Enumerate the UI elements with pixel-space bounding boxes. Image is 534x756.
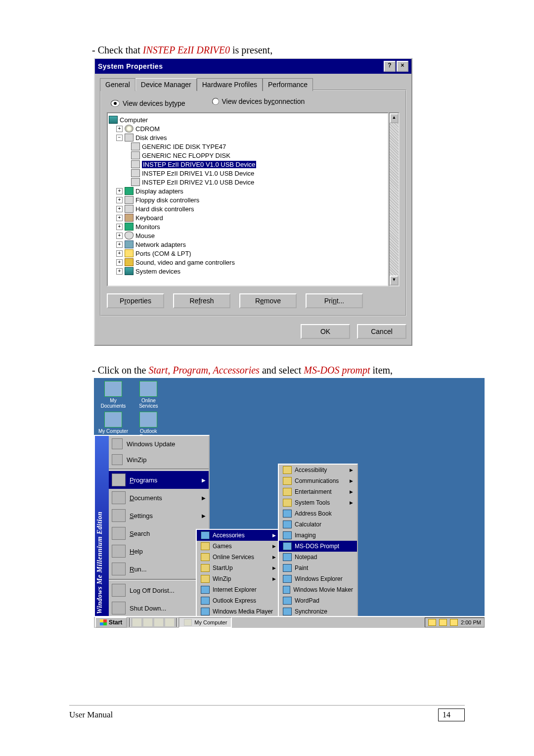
expand-icon[interactable]: +	[116, 224, 123, 230]
drive-icon	[131, 142, 140, 150]
menu-item-entertainment[interactable]: Entertainment▶	[279, 486, 357, 497]
expand-icon[interactable]: +	[116, 188, 123, 194]
scroll-down-arrow[interactable]: ▼	[390, 276, 399, 285]
titlebar[interactable]: System Properties ? ×	[95, 59, 411, 74]
node-cdrom[interactable]: +CDROM	[109, 124, 387, 133]
expand-icon[interactable]: +	[116, 233, 123, 239]
tab-device-manager[interactable]: Device Manager	[135, 78, 197, 91]
menu-item-address-book[interactable]: Address Book	[279, 508, 357, 519]
shutdown-icon	[112, 602, 126, 614]
tray-icon[interactable]	[428, 619, 436, 626]
menu-item-windows-explorer[interactable]: Windows Explorer	[279, 573, 357, 584]
node-hard-disk-controllers[interactable]: +Hard disk controllers	[109, 204, 387, 213]
start-item-windows-update[interactable]: Windows Update	[109, 436, 209, 452]
help-button[interactable]: ?	[384, 61, 396, 72]
cancel-button[interactable]: Cancel	[357, 324, 406, 339]
node-system-devices[interactable]: +System devices	[109, 267, 387, 276]
expand-icon[interactable]: +	[116, 241, 123, 248]
menu-item-winzip[interactable]: WinZip▶	[197, 573, 280, 584]
quicklaunch-icon[interactable]	[143, 618, 153, 627]
expand-icon[interactable]: +	[116, 268, 123, 275]
tray-icon[interactable]	[450, 619, 458, 626]
start-item-run[interactable]: Run...	[109, 560, 209, 578]
tree-scrollbar[interactable]: ▲ ▼	[389, 112, 400, 286]
node-computer[interactable]: Computer	[109, 115, 387, 124]
node-mouse[interactable]: +Mouse	[109, 231, 387, 240]
node-floppy-controllers[interactable]: +Floppy disk controllers	[109, 195, 387, 204]
selected-device: INSTEP EzII DRIVE0 V1.0 USB Device	[142, 161, 256, 168]
start-item-help[interactable]: Help	[109, 542, 209, 560]
node-monitors[interactable]: +Monitors	[109, 222, 387, 231]
quicklaunch-icon[interactable]	[165, 618, 175, 627]
menu-item-internet-explorer[interactable]: Internet Explorer	[197, 584, 280, 595]
desktop-icon-online-services[interactable]: Online Services	[133, 381, 164, 409]
properties-button[interactable]: Properties	[107, 293, 164, 308]
refresh-button[interactable]: Refresh	[173, 293, 230, 308]
menu-item-communications[interactable]: Communications▶	[279, 475, 357, 486]
start-item-programs[interactable]: Programs▶	[109, 471, 209, 489]
start-item-settings[interactable]: Settings▶	[109, 507, 209, 524]
tab-strip: General Device Manager Hardware Profiles…	[100, 78, 406, 91]
expand-icon[interactable]: +	[116, 206, 123, 212]
menu-item-wordpad[interactable]: WordPad	[279, 595, 357, 606]
scroll-up-arrow[interactable]: ▲	[390, 113, 399, 123]
menu-item-startup[interactable]: StartUp▶	[197, 563, 280, 573]
menu-item-accessories[interactable]: Accessories▶	[197, 530, 280, 541]
tab-performance[interactable]: Performance	[263, 78, 313, 91]
quicklaunch-icon[interactable]	[154, 618, 164, 627]
start-button[interactable]: Start	[95, 617, 127, 628]
menu-item-notepad[interactable]: Notepad	[279, 552, 357, 563]
quicklaunch-icon[interactable]	[132, 618, 142, 627]
radio-view-by-connection[interactable]: View devices by connection	[212, 97, 305, 105]
expand-icon[interactable]: +	[116, 250, 123, 257]
node-sound-video-game[interactable]: +Sound, video and game controllers	[109, 258, 387, 267]
menu-item-paint[interactable]: Paint	[279, 563, 357, 573]
menu-item-imaging[interactable]: Imaging	[279, 530, 357, 541]
tab-hardware-profiles[interactable]: Hardware Profiles	[197, 78, 263, 91]
start-item-shutdown[interactable]: Shut Down...	[109, 599, 209, 617]
tab-general[interactable]: General	[100, 78, 135, 91]
node-disk-drives[interactable]: −Disk drives	[109, 133, 387, 142]
print-button[interactable]: Print...	[306, 293, 363, 308]
remove-button[interactable]: Remove	[239, 293, 297, 308]
computer-icon	[184, 619, 192, 626]
tray-icon[interactable]	[439, 619, 447, 626]
expand-icon[interactable]: +	[116, 259, 123, 266]
collapse-icon[interactable]: −	[116, 135, 123, 141]
menu-item-calculator[interactable]: Calculator	[279, 519, 357, 530]
menu-item-accessibility[interactable]: Accessibility▶	[279, 465, 357, 475]
node-network-adapters[interactable]: +Network adapters	[109, 240, 387, 249]
start-item-documents[interactable]: Documents▶	[109, 489, 209, 507]
menu-item-system-tools[interactable]: System Tools▶	[279, 497, 357, 508]
menu-item-synchronize[interactable]: Synchronize	[279, 606, 357, 617]
start-item-search[interactable]: Search▶	[109, 524, 209, 542]
start-item-logoff[interactable]: Log Off Dorist...	[109, 581, 209, 599]
device-tree[interactable]: Computer +CDROM −Disk drives GENERIC IDE…	[107, 112, 389, 286]
scroll-track[interactable]	[390, 123, 399, 276]
menu-item-windows-movie-maker[interactable]: Windows Movie Maker	[279, 584, 357, 595]
node-instep-ez0[interactable]: INSTEP EzII DRIVE0 V1.0 USB Device	[109, 160, 387, 169]
menu-item-windows-media-player[interactable]: Windows Media Player	[197, 606, 280, 617]
node-generic-ide[interactable]: GENERIC IDE DISK TYPE47	[109, 142, 387, 151]
expand-icon[interactable]: +	[116, 126, 123, 132]
close-button[interactable]: ×	[397, 61, 408, 72]
expand-icon[interactable]: +	[116, 197, 123, 203]
desktop-icon-my-documents[interactable]: My Documents	[98, 381, 129, 409]
menu-item-games[interactable]: Games▶	[197, 541, 280, 552]
node-display-adapters[interactable]: +Display adapters	[109, 187, 387, 195]
cd-icon	[125, 125, 134, 133]
node-keyboard[interactable]: +Keyboard	[109, 213, 387, 222]
node-instep-ez2[interactable]: INSTEP EzII DRIVE2 V1.0 USB Device	[109, 178, 387, 187]
node-ports[interactable]: +Ports (COM & LPT)	[109, 249, 387, 258]
start-item-winzip[interactable]: WinZip	[109, 452, 209, 468]
menu-item-msdos-prompt[interactable]: MS-DOS Prompt	[279, 541, 357, 552]
node-instep-ez1[interactable]: INSTEP EzII DRIVE1 V1.0 USB Device	[109, 169, 387, 178]
node-generic-nec-floppy[interactable]: GENERIC NEC FLOPPY DISK	[109, 151, 387, 160]
taskbar-app-my-computer[interactable]: My Computer	[178, 617, 232, 628]
menu-item-outlook-express[interactable]: Outlook Express	[197, 595, 280, 606]
ok-button[interactable]: OK	[301, 324, 350, 339]
radio-view-by-type[interactable]: View devices by type	[111, 99, 185, 107]
menu-item-online-services[interactable]: Online Services▶	[197, 552, 280, 563]
expand-icon[interactable]: +	[116, 215, 123, 221]
desktop-icon-my-computer[interactable]: My Computer	[98, 412, 129, 434]
